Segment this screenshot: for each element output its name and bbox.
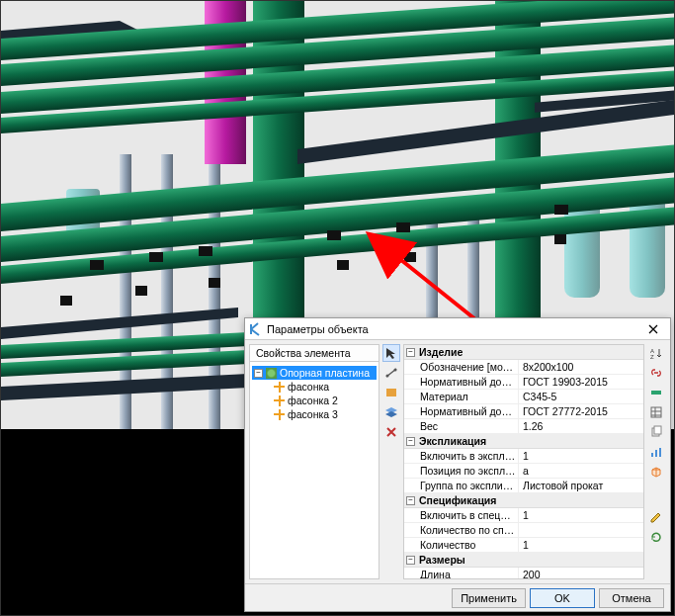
tree-child-item[interactable]: фасонка 2 bbox=[272, 394, 377, 407]
tool-delete-icon[interactable] bbox=[382, 423, 400, 441]
ok-button[interactable]: OK bbox=[530, 588, 595, 608]
tree-root-item[interactable]: − Опорная пластина bbox=[252, 366, 377, 380]
group-label: Размеры bbox=[419, 554, 465, 566]
property-row[interactable]: Позиция по эксплик… bbox=[404, 464, 643, 479]
property-value[interactable] bbox=[519, 404, 643, 418]
property-row[interactable]: Количество bbox=[404, 538, 643, 553]
property-label: Материал bbox=[404, 390, 519, 403]
property-input[interactable] bbox=[523, 480, 639, 491]
property-row[interactable]: Количество по специ… bbox=[404, 523, 643, 538]
property-row[interactable]: Материал bbox=[404, 390, 643, 404]
property-value[interactable] bbox=[519, 523, 643, 537]
close-button[interactable] bbox=[640, 321, 666, 337]
property-input[interactable] bbox=[523, 420, 639, 432]
property-value[interactable] bbox=[519, 508, 643, 522]
tree-child-label: фасонка 2 bbox=[288, 395, 338, 406]
collapse-icon[interactable]: − bbox=[406, 496, 415, 505]
svg-rect-37 bbox=[554, 234, 566, 244]
property-row[interactable]: Включить в специфика… bbox=[404, 508, 643, 523]
tree-tab-properties[interactable]: Свойства элемента bbox=[250, 345, 379, 362]
property-label: Позиция по эксплик… bbox=[404, 464, 519, 478]
property-row[interactable]: Нормативный документ bbox=[404, 404, 643, 419]
tool-pipe-icon[interactable] bbox=[647, 384, 665, 401]
property-value[interactable] bbox=[519, 390, 643, 403]
property-group-header[interactable]: −Экспликация bbox=[404, 434, 643, 449]
property-value[interactable] bbox=[519, 360, 643, 374]
collapse-icon[interactable]: − bbox=[254, 369, 263, 378]
tool-copy-icon[interactable] bbox=[647, 423, 665, 441]
svg-rect-41 bbox=[386, 389, 396, 396]
property-input[interactable] bbox=[523, 450, 639, 462]
property-grid[interactable]: −ИзделиеОбозначение [модель]Нормативный … bbox=[403, 344, 644, 579]
property-input[interactable] bbox=[523, 405, 639, 417]
collapse-icon[interactable]: − bbox=[406, 556, 415, 565]
tree-child-label: фасонка 3 bbox=[288, 408, 338, 420]
property-row[interactable]: Включить в экспликацию bbox=[404, 449, 643, 464]
property-input[interactable] bbox=[523, 391, 639, 402]
property-group-header[interactable]: −Размеры bbox=[404, 553, 643, 568]
element-tree[interactable]: − Опорная пластина фасонкафасонка 2фасон… bbox=[250, 362, 379, 578]
svg-rect-44 bbox=[651, 391, 661, 395]
property-label: Включить в специфика… bbox=[404, 508, 519, 522]
property-input[interactable] bbox=[523, 509, 639, 521]
property-row[interactable]: Группа по экспликации bbox=[404, 479, 643, 493]
property-label: Количество bbox=[404, 538, 519, 552]
property-value[interactable] bbox=[519, 568, 643, 579]
property-value[interactable] bbox=[519, 449, 643, 463]
property-input[interactable] bbox=[523, 569, 639, 579]
tool-dimension-icon[interactable] bbox=[382, 364, 400, 382]
property-row[interactable]: Вес bbox=[404, 419, 643, 434]
property-value[interactable] bbox=[519, 375, 643, 389]
cancel-button[interactable]: Отмена bbox=[599, 588, 664, 608]
apply-button[interactable]: Применить bbox=[452, 588, 526, 608]
svg-rect-48 bbox=[651, 453, 653, 457]
tool-edit-icon[interactable] bbox=[647, 508, 665, 526]
property-value[interactable] bbox=[519, 479, 643, 492]
tool-layers-icon[interactable] bbox=[382, 403, 400, 421]
property-input[interactable] bbox=[523, 524, 639, 536]
property-input[interactable] bbox=[523, 465, 639, 477]
property-group-header[interactable]: −Спецификация bbox=[404, 493, 643, 508]
property-input[interactable] bbox=[523, 539, 639, 551]
property-label: Включить в экспликацию bbox=[404, 449, 519, 463]
tree-child-item[interactable]: фасонка 3 bbox=[272, 407, 377, 421]
tool-refresh-icon[interactable] bbox=[647, 528, 665, 546]
dialog-titlebar[interactable]: Параметры объекта bbox=[245, 318, 670, 340]
property-value[interactable] bbox=[519, 464, 643, 478]
tree-child-item[interactable]: фасонка bbox=[272, 380, 377, 394]
property-label: Группа по экспликации bbox=[404, 479, 519, 492]
svg-rect-28 bbox=[199, 246, 212, 256]
svg-point-40 bbox=[394, 369, 397, 372]
svg-rect-26 bbox=[90, 260, 104, 270]
dialog-title: Параметры объекта bbox=[267, 323, 636, 335]
property-input[interactable] bbox=[523, 376, 639, 388]
tool-link-icon[interactable] bbox=[647, 364, 665, 382]
tool-chart-icon[interactable] bbox=[647, 443, 665, 461]
svg-rect-27 bbox=[149, 252, 163, 262]
tool-sort-az-icon[interactable]: AZ bbox=[647, 344, 665, 362]
collapse-icon[interactable]: − bbox=[406, 437, 415, 446]
svg-point-39 bbox=[386, 375, 389, 378]
tool-select-icon[interactable] bbox=[382, 344, 400, 362]
property-row[interactable]: Нормативный документ bbox=[404, 375, 643, 390]
node-icon bbox=[266, 368, 277, 379]
property-value[interactable] bbox=[519, 419, 643, 433]
property-label: Нормативный документ bbox=[404, 375, 519, 389]
property-label: Вес bbox=[404, 419, 519, 433]
svg-rect-34 bbox=[209, 278, 220, 288]
tool-table-icon[interactable] bbox=[647, 403, 665, 421]
property-label: Обозначение [модель] bbox=[404, 360, 519, 374]
property-input[interactable] bbox=[523, 361, 639, 373]
property-group-header[interactable]: −Изделие bbox=[404, 345, 643, 360]
svg-rect-36 bbox=[404, 252, 416, 262]
right-toolbar: AZ bbox=[646, 344, 666, 579]
property-row[interactable]: Обозначение [модель] bbox=[404, 360, 643, 375]
tool-box-icon[interactable] bbox=[647, 463, 665, 481]
property-label: Нормативный документ bbox=[404, 404, 519, 418]
tool-material-icon[interactable] bbox=[382, 384, 400, 401]
svg-rect-50 bbox=[659, 448, 661, 457]
collapse-icon[interactable]: − bbox=[406, 348, 415, 357]
property-value[interactable] bbox=[519, 538, 643, 552]
property-row[interactable]: Длина bbox=[404, 568, 643, 579]
svg-rect-31 bbox=[554, 205, 568, 215]
